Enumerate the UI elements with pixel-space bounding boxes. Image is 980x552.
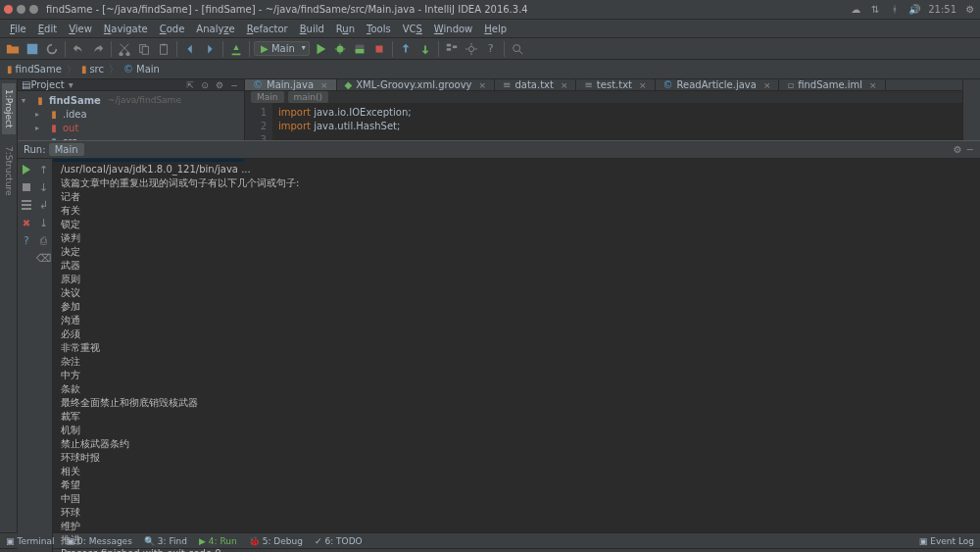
breadcrumb-class[interactable]: Main <box>251 91 284 103</box>
bluetooth-icon[interactable]: ᚼ <box>889 4 901 16</box>
close-tab-icon[interactable]: × <box>561 80 568 90</box>
dump-threads-icon[interactable] <box>20 198 33 212</box>
locate-icon[interactable]: ⊙ <box>199 80 211 90</box>
undo-icon[interactable] <box>70 40 87 58</box>
close-tab-icon[interactable]: × <box>479 80 487 90</box>
cut-icon[interactable] <box>116 40 133 58</box>
settings-gear-icon[interactable]: ⚙ <box>214 80 225 90</box>
run-console-output[interactable]: /usr/local/java/jdk1.8.0_121/bin/java ..… <box>53 159 980 552</box>
sync-icon[interactable] <box>43 40 61 58</box>
collapse-all-icon[interactable]: ⇱ <box>184 80 196 90</box>
menu-help[interactable]: Help <box>478 22 513 36</box>
run-button-icon[interactable] <box>312 40 329 58</box>
editor-tab-2[interactable]: ≡data.txt× <box>495 79 576 90</box>
toolwin-debug[interactable]: 🐞 5: Debug <box>249 536 303 546</box>
vcs-update-icon[interactable] <box>397 40 415 58</box>
volume-icon[interactable]: 🔊 <box>908 4 920 16</box>
window-controls[interactable] <box>4 5 38 14</box>
vcs-commit-icon[interactable] <box>416 40 434 58</box>
menu-refactor[interactable]: Refactor <box>241 22 294 36</box>
menu-tools[interactable]: Tools <box>361 22 397 36</box>
close-window-icon[interactable] <box>4 5 13 14</box>
exit-icon[interactable]: ✖ <box>20 216 33 229</box>
menu-view[interactable]: View <box>63 22 98 36</box>
tree-idea[interactable]: ▸▮.idea <box>18 107 244 121</box>
help-run-icon[interactable]: ? <box>20 233 33 247</box>
svg-rect-2 <box>161 44 168 54</box>
menu-code[interactable]: Code <box>154 22 191 36</box>
settings-icon[interactable] <box>463 40 480 58</box>
svg-rect-8 <box>453 45 457 48</box>
copy-icon[interactable] <box>135 40 153 58</box>
stop-run-icon[interactable] <box>20 180 33 194</box>
close-tab-icon[interactable]: × <box>320 80 328 90</box>
editor-tab-0[interactable]: ©Main.java× <box>245 79 337 90</box>
build-icon[interactable] <box>227 40 245 58</box>
editor-tab-5[interactable]: ▫findSame.iml× <box>779 79 885 90</box>
clock[interactable]: 21:51 <box>928 4 956 15</box>
nav-src[interactable]: ▮src <box>78 64 107 75</box>
nav-project[interactable]: ▮findSame <box>4 64 65 75</box>
toolwin-find[interactable]: 🔍 3: Find <box>144 536 187 546</box>
menu-navigate[interactable]: Navigate <box>98 22 154 36</box>
menu-analyze[interactable]: Analyze <box>190 22 240 36</box>
menu-vcs[interactable]: VCS <box>397 22 428 36</box>
run-hide-icon[interactable]: − <box>966 144 974 155</box>
toolwin-terminal[interactable]: ▣ Terminal <box>6 536 55 546</box>
editor-tab-1[interactable]: ◆XML-Groovy.xml.groovy× <box>337 79 496 90</box>
maximize-window-icon[interactable] <box>29 5 38 14</box>
help-icon[interactable]: ? <box>482 40 500 58</box>
gutter-structure-tab[interactable]: 7:Structure <box>2 140 16 202</box>
cloud-icon[interactable]: ☁ <box>850 4 861 16</box>
menu-file[interactable]: File <box>4 22 32 36</box>
down-stack-icon[interactable]: ↓ <box>37 180 51 194</box>
network-icon[interactable]: ⇅ <box>869 4 881 16</box>
toolwin-run[interactable]: ▶ 4: Run <box>199 536 237 546</box>
project-panel-header: ▤ Project ▾ ⇱ ⊙ ⚙ − <box>18 79 244 91</box>
menu-run[interactable]: Run <box>330 22 361 36</box>
menu-window[interactable]: Window <box>428 22 478 36</box>
open-file-icon[interactable] <box>4 40 22 58</box>
minimize-window-icon[interactable] <box>17 5 25 14</box>
stop-icon[interactable] <box>370 40 388 58</box>
menu-build[interactable]: Build <box>294 22 330 36</box>
up-stack-icon[interactable]: ↑ <box>37 163 51 176</box>
save-icon[interactable] <box>24 40 41 58</box>
run-config-tab[interactable]: Main <box>49 143 84 156</box>
clear-icon[interactable]: ⌫ <box>37 251 51 265</box>
debug-button-icon[interactable] <box>331 40 349 58</box>
redo-icon[interactable] <box>89 40 107 58</box>
tree-root[interactable]: ▾▮ findSame~/java/findSame <box>18 93 244 107</box>
settings-gear-icon[interactable]: ⚙ <box>964 4 976 16</box>
close-tab-icon[interactable]: × <box>639 80 647 90</box>
svg-point-4 <box>336 45 343 52</box>
back-icon[interactable] <box>181 40 199 58</box>
gutter-project-tab[interactable]: 1:Project <box>2 83 16 134</box>
breadcrumb-method[interactable]: main() <box>288 91 329 103</box>
soft-wrap-icon[interactable]: ↲ <box>37 198 51 212</box>
search-everywhere-icon[interactable] <box>509 40 526 58</box>
scroll-end-icon[interactable]: ⤓ <box>37 216 51 229</box>
print-icon[interactable]: ⎙ <box>37 233 51 247</box>
toolwin-messages[interactable]: ▣ 0: Messages <box>67 536 132 546</box>
menu-bar: File Edit View Navigate Code Analyze Ref… <box>0 20 980 38</box>
toolwin-todo[interactable]: ✓ 6: TODO <box>315 536 363 546</box>
close-tab-icon[interactable]: × <box>869 80 877 90</box>
editor-breadcrumb: Main main() <box>245 91 962 103</box>
event-log-button[interactable]: ▣ Event Log <box>919 536 974 546</box>
system-tray: ☁ ⇅ ᚼ 🔊 21:51 ⚙ <box>850 4 976 16</box>
run-config-selector[interactable]: ▶ Main <box>254 41 310 56</box>
run-settings-icon[interactable]: ⚙ <box>954 144 962 155</box>
editor-tab-3[interactable]: ≡test.txt× <box>576 79 655 90</box>
menu-edit[interactable]: Edit <box>32 22 63 36</box>
coverage-icon[interactable] <box>351 40 368 58</box>
structure-icon[interactable] <box>443 40 461 58</box>
forward-icon[interactable] <box>201 40 219 58</box>
tree-out[interactable]: ▸▮out <box>18 121 244 134</box>
hide-panel-icon[interactable]: − <box>228 80 240 90</box>
editor-tab-4[interactable]: ©ReadArticle.java× <box>656 79 780 90</box>
rerun-icon[interactable] <box>20 163 33 176</box>
close-tab-icon[interactable]: × <box>763 80 771 90</box>
paste-icon[interactable] <box>155 40 172 58</box>
nav-file[interactable]: ©Main <box>121 64 163 75</box>
